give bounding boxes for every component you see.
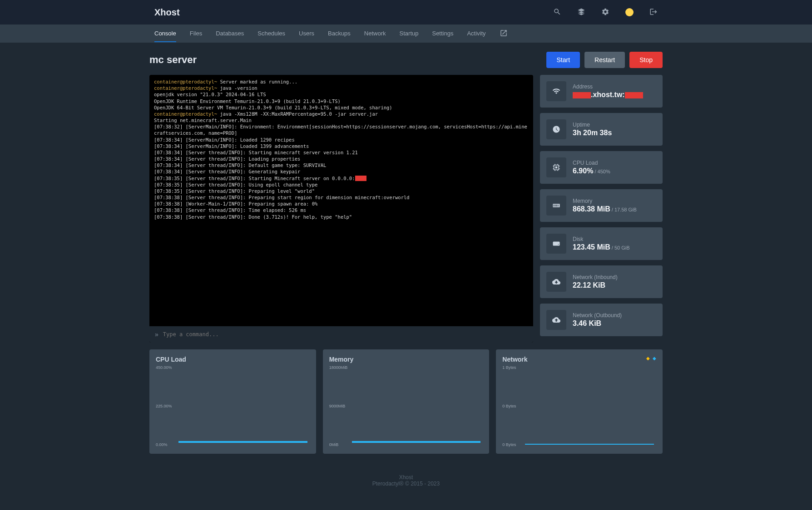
nav-schedules[interactable]: Schedules	[257, 25, 285, 42]
nav-users[interactable]: Users	[299, 25, 314, 42]
stat-value: 123.45 MiB / 50 GiB	[573, 243, 630, 251]
disk-icon	[546, 234, 566, 254]
stat-network-outbound: Network (Outbound) 3.46 KiB	[540, 304, 663, 336]
cpu-icon	[546, 157, 566, 177]
y-tick: 0MiB	[329, 442, 339, 447]
stat-address[interactable]: Address .xhost.tw:	[540, 75, 663, 108]
footer: Xhost Pterodactyl® © 2015 - 2023	[0, 463, 812, 498]
stat-label: Uptime	[573, 122, 612, 128]
chart-network: ◆ ◆ Network 1 Bytes 0 Bytes 0 Bytes	[496, 349, 663, 454]
legend-outbound-icon: ◆	[653, 356, 656, 361]
chevron-right-icon: »	[155, 331, 158, 338]
stat-label: Network (Inbound)	[573, 274, 618, 280]
y-tick: 18000MiB	[329, 365, 348, 370]
chart-cpu: CPU Load 450.00% 225.00% 0.00%	[149, 349, 316, 454]
nav-network[interactable]: Network	[364, 25, 386, 42]
y-tick: 0.00%	[156, 442, 168, 447]
nav-console[interactable]: Console	[154, 25, 176, 42]
chart-line	[178, 441, 307, 443]
external-link-icon[interactable]	[500, 29, 508, 39]
navbar: Console Files Databases Schedules Users …	[0, 25, 812, 43]
y-tick: 225.00%	[156, 404, 172, 408]
command-input[interactable]	[163, 331, 528, 338]
console-column: container@pterodactyl~ Server marked as …	[149, 75, 533, 343]
y-tick: 0 Bytes	[502, 404, 516, 408]
stop-button[interactable]: Stop	[629, 52, 663, 68]
topbar: Xhost	[0, 0, 812, 25]
header-row: mc server Start Restart Stop	[149, 52, 663, 68]
topbar-icons	[553, 8, 658, 17]
y-tick: 450.00%	[156, 365, 172, 370]
main-row: container@pterodactyl~ Server marked as …	[149, 75, 663, 343]
nav-backups[interactable]: Backups	[328, 25, 351, 42]
power-buttons: Start Restart Stop	[546, 52, 663, 68]
logout-icon[interactable]	[649, 8, 658, 17]
chart-legend: ◆ ◆	[646, 356, 656, 361]
main-container: mc server Start Restart Stop container@p…	[149, 43, 663, 463]
console-output[interactable]: container@pterodactyl~ Server marked as …	[149, 75, 533, 326]
start-button[interactable]: Start	[546, 52, 580, 68]
charts-row: CPU Load 450.00% 225.00% 0.00% Memory 18…	[149, 349, 663, 454]
stat-label: Address	[573, 83, 643, 90]
memory-icon	[546, 196, 566, 216]
stats-column: Address .xhost.tw: Uptime 3h 20m 38s CPU…	[540, 75, 663, 343]
chart-line	[525, 444, 654, 445]
redacted-icon	[625, 92, 643, 98]
brand-logo[interactable]: Xhost	[154, 7, 180, 18]
search-icon[interactable]	[553, 8, 561, 17]
console: container@pterodactyl~ Server marked as …	[149, 75, 533, 343]
chart-title: CPU Load	[156, 356, 310, 363]
chart-body: 18000MiB 9000MiB 0MiB	[329, 368, 483, 445]
chart-title: Network	[502, 356, 656, 363]
nav-activity[interactable]: Activity	[467, 25, 485, 42]
stat-label: Network (Outbound)	[573, 312, 622, 319]
stat-value: 3h 20m 38s	[573, 129, 612, 137]
y-tick: 1 Bytes	[502, 365, 516, 370]
cloud-download-icon	[546, 272, 566, 292]
layers-icon[interactable]	[577, 8, 585, 17]
y-tick: 0 Bytes	[502, 442, 516, 447]
stat-label: CPU Load	[573, 160, 610, 166]
nav-files[interactable]: Files	[190, 25, 202, 42]
chart-title: Memory	[329, 356, 483, 363]
stat-value: 6.90% / 450%	[573, 167, 610, 175]
stat-disk: Disk 123.45 MiB / 50 GiB	[540, 227, 663, 260]
clock-icon	[546, 119, 566, 139]
stat-uptime: Uptime 3h 20m 38s	[540, 113, 663, 146]
stat-value: 22.12 KiB	[573, 281, 618, 289]
stat-network-inbound: Network (Inbound) 22.12 KiB	[540, 265, 663, 298]
settings-icon[interactable]	[601, 8, 609, 17]
stat-value: 3.46 KiB	[573, 319, 622, 328]
wifi-icon	[546, 81, 566, 101]
y-tick: 9000MiB	[329, 404, 346, 408]
legend-inbound-icon: ◆	[646, 356, 650, 361]
redacted-icon	[573, 92, 591, 98]
server-name: mc server	[149, 54, 197, 66]
user-avatar[interactable]	[625, 8, 634, 16]
chart-body: 450.00% 225.00% 0.00%	[156, 368, 310, 445]
console-input-row: »	[149, 326, 533, 343]
footer-brand: Xhost	[0, 474, 812, 481]
cloud-upload-icon	[546, 310, 566, 330]
chart-line	[352, 441, 481, 443]
footer-copyright: Pterodactyl® © 2015 - 2023	[0, 481, 812, 487]
stat-label: Memory	[573, 198, 637, 204]
stat-label: Disk	[573, 236, 630, 242]
stat-memory: Memory 868.38 MiB / 17.58 GiB	[540, 189, 663, 222]
restart-button[interactable]: Restart	[584, 52, 625, 68]
chart-memory: Memory 18000MiB 9000MiB 0MiB	[323, 349, 490, 454]
nav-databases[interactable]: Databases	[216, 25, 244, 42]
nav-startup[interactable]: Startup	[400, 25, 419, 42]
nav-settings[interactable]: Settings	[432, 25, 453, 42]
stat-value: .xhost.tw:	[573, 91, 643, 99]
chart-body: 1 Bytes 0 Bytes 0 Bytes	[502, 368, 656, 445]
stat-cpu: CPU Load 6.90% / 450%	[540, 151, 663, 184]
stat-value: 868.38 MiB / 17.58 GiB	[573, 205, 637, 213]
